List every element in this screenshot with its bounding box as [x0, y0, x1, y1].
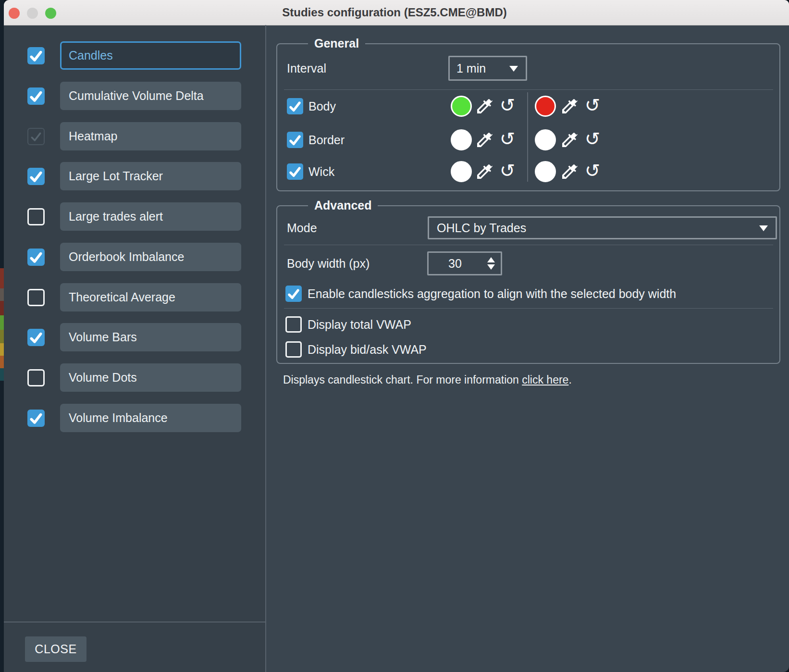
interval-label: Interval	[287, 60, 326, 76]
row-label: Body	[308, 98, 336, 114]
candle-color-row: Wick ↺ ↺	[0, 155, 789, 188]
eyedropper-icon[interactable]	[560, 162, 579, 181]
sidebar-study-row: Volume Imbalance	[4, 404, 265, 432]
advanced-option-row: Enable candlesticks aggregation to align…	[0, 284, 789, 303]
description-text: Displays candlestick chart. For more inf…	[283, 373, 572, 386]
sidebar-study-row: Large trades alert	[4, 202, 265, 231]
study-item-button[interactable]: Orderbook Imbalance	[60, 243, 241, 271]
down-color-swatch[interactable]	[535, 129, 556, 150]
option-label: Display total VWAP	[308, 316, 411, 333]
description-before: Displays candlestick chart. For more inf…	[283, 373, 522, 386]
option-checkbox[interactable]	[285, 316, 302, 333]
eyedropper-icon[interactable]	[475, 97, 494, 116]
down-color-swatch[interactable]	[535, 96, 556, 117]
reset-color-icon[interactable]: ↺	[585, 129, 600, 149]
option-label: Enable candlesticks aggregation to align…	[308, 286, 676, 302]
advanced-option-row: Display total VWAP	[0, 315, 789, 334]
eyedropper-icon[interactable]	[475, 130, 494, 149]
interval-value: 1 min	[456, 62, 486, 75]
advanced-row-divider-1	[284, 245, 773, 245]
body-width-spinner[interactable]: 30	[427, 251, 502, 275]
reset-color-icon[interactable]: ↺	[500, 96, 515, 115]
option-checkbox[interactable]	[285, 286, 302, 302]
study-item-button[interactable]: Volume Imbalance	[60, 404, 241, 432]
study-checkbox[interactable]	[27, 249, 45, 266]
interval-dropdown[interactable]: 1 min	[448, 56, 527, 81]
sidebar-footer-divider	[4, 622, 265, 622]
candle-color-row: Body ↺ ↺	[0, 90, 789, 123]
reset-color-icon[interactable]: ↺	[585, 161, 600, 180]
sidebar-study-row: Candles	[4, 41, 265, 70]
row-checkbox[interactable]	[287, 163, 303, 180]
study-checkbox[interactable]	[27, 410, 45, 427]
body-width-value: 30	[448, 257, 462, 271]
candle-color-row: Border ↺ ↺	[0, 124, 789, 156]
body-width-label: Body width (px)	[287, 255, 370, 272]
row-label: Wick	[308, 163, 334, 180]
study-item-button[interactable]: Large trades alert	[60, 202, 241, 231]
eyedropper-icon[interactable]	[560, 130, 579, 149]
reset-color-icon[interactable]: ↺	[585, 96, 600, 115]
reset-color-icon[interactable]: ↺	[500, 161, 515, 180]
chevron-down-icon	[759, 225, 768, 231]
screen: Studies configuration (ESZ5.CME@BMD) Can…	[0, 0, 789, 672]
chevron-down-icon	[509, 66, 518, 72]
study-checkbox[interactable]	[27, 369, 45, 386]
down-color-swatch[interactable]	[535, 161, 556, 182]
window-title: Studies configuration (ESZ5.CME@BMD)	[0, 0, 789, 25]
description-after: .	[568, 373, 571, 386]
row-label: Border	[308, 132, 345, 148]
row-checkbox[interactable]	[287, 98, 303, 114]
up-color-swatch[interactable]	[451, 161, 472, 182]
option-checkbox[interactable]	[285, 341, 302, 358]
study-checkbox[interactable]	[27, 208, 45, 225]
spinner-arrows-icon[interactable]	[487, 257, 495, 270]
advanced-legend: Advanced	[308, 199, 378, 212]
advanced-option-row: Display bid/ask VWAP	[0, 340, 789, 359]
sidebar-study-row: Volume Dots	[4, 363, 265, 392]
close-button[interactable]: CLOSE	[25, 636, 86, 662]
row-checkbox[interactable]	[287, 132, 303, 148]
mode-label: Mode	[287, 220, 317, 236]
general-legend: General	[308, 37, 365, 50]
sidebar-study-row: Orderbook Imbalance	[4, 243, 265, 271]
advanced-row-divider-2	[284, 308, 773, 309]
click-here-link[interactable]: click here	[522, 373, 568, 386]
eyedropper-icon[interactable]	[560, 97, 579, 116]
reset-color-icon[interactable]: ↺	[500, 129, 515, 149]
mode-dropdown[interactable]: OHLC by Trades	[428, 216, 777, 239]
mode-value: OHLC by Trades	[437, 221, 526, 235]
study-item-button[interactable]: Candles	[60, 41, 241, 70]
study-item-button[interactable]: Volume Dots	[60, 363, 241, 392]
study-checkbox[interactable]	[27, 47, 45, 64]
eyedropper-icon[interactable]	[475, 162, 494, 181]
up-color-swatch[interactable]	[451, 96, 472, 117]
up-color-swatch[interactable]	[451, 129, 472, 150]
option-label: Display bid/ask VWAP	[308, 341, 427, 358]
